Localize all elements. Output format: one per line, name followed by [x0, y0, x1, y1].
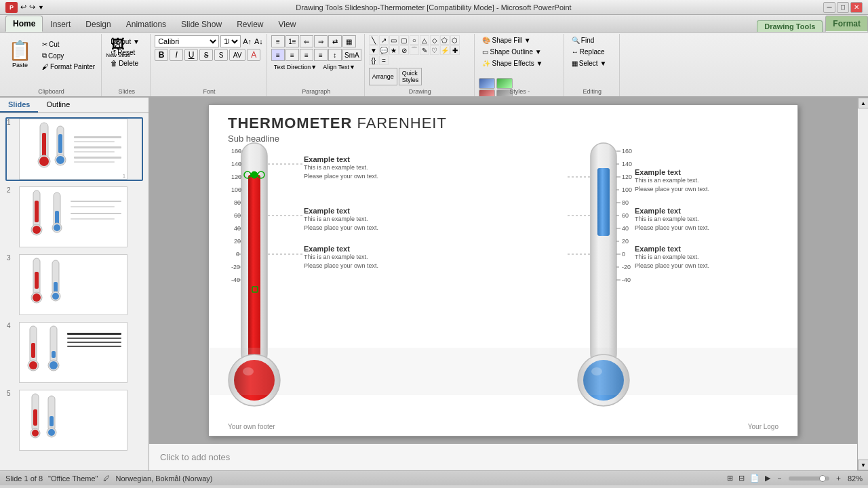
shadow-btn[interactable]: S [214, 49, 228, 61]
select-button[interactable]: ▦ Select ▼ [568, 58, 616, 68]
copy-button[interactable]: ⧉Copy [39, 50, 98, 61]
minimize-btn[interactable]: ─ [823, 2, 835, 13]
triangle-shape[interactable]: △ [420, 35, 429, 45]
lightning-shape[interactable]: ⚡ [440, 45, 450, 55]
tab-animations[interactable]: Animations [119, 16, 174, 32]
arrange-button[interactable]: Arrange [369, 68, 397, 85]
slide-num-5: 5 [7, 390, 16, 397]
slide-canvas[interactable]: THERMOMETER FARENHEIT Sub headline [208, 104, 798, 436]
tab-review[interactable]: Review [229, 16, 271, 32]
align-left-btn[interactable]: ≡ [271, 49, 285, 61]
new-slide-button[interactable]: 🖼 New Slide [106, 37, 130, 58]
align-center-btn[interactable]: ≡ [285, 49, 299, 61]
arrow-shape[interactable]: ↗ [379, 35, 389, 45]
bracket-shape[interactable]: {} [369, 56, 378, 65]
hexagon-shape[interactable]: ⬡ [450, 35, 460, 45]
cross-shape[interactable]: ✚ [450, 45, 460, 55]
tab-insert[interactable]: Insert [43, 16, 78, 32]
callout-shape[interactable]: 💬 [379, 45, 389, 55]
underline-btn[interactable]: U [184, 49, 198, 61]
star-shape[interactable]: ★ [389, 45, 399, 55]
tab-view[interactable]: View [271, 16, 304, 32]
shape-fill-button[interactable]: 🎨 Shape Fill ▼ [479, 35, 561, 45]
style-1[interactable] [479, 78, 495, 89]
quick-styles-button[interactable]: QuickStyles [399, 68, 422, 85]
pentagon-shape[interactable]: ⬠ [440, 35, 450, 45]
columns-btn[interactable]: ▦ [342, 35, 356, 47]
increase-font-btn[interactable]: A↑ [242, 37, 252, 46]
smartart-btn[interactable]: SmA [342, 49, 361, 61]
slide-thumb-1[interactable]: 1 [5, 117, 143, 181]
line-shape[interactable]: ╲ [369, 35, 378, 45]
find-button[interactable]: 🔍 Find [568, 35, 616, 45]
maximize-btn[interactable]: □ [837, 2, 849, 13]
view-normal-btn[interactable]: ⊞ [727, 474, 733, 483]
svg-rect-19 [55, 211, 59, 224]
rtl-btn[interactable]: ⇄ [328, 35, 342, 47]
font-color-btn[interactable]: A [247, 49, 260, 61]
bold-btn[interactable]: B [155, 49, 168, 61]
curve-shape[interactable]: ⌒ [410, 45, 419, 55]
svg-rect-25 [71, 218, 115, 220]
close-btn[interactable]: ✕ [850, 2, 863, 13]
decrease-font-btn[interactable]: A↓ [254, 37, 264, 46]
callout-r1-body: This is an example text.Please place you… [635, 176, 709, 193]
equal-shape[interactable]: = [379, 56, 389, 65]
more-shapes[interactable]: ▼ [369, 45, 378, 55]
freeform-shape[interactable]: ✎ [420, 45, 429, 55]
qa-dropdown[interactable]: ▼ [38, 4, 44, 11]
redo-btn[interactable]: ↪ [29, 3, 35, 12]
tab-design[interactable]: Design [78, 16, 118, 32]
shape-outline-button[interactable]: ▭ Shape Outline ▼ [479, 47, 561, 57]
paste-button[interactable]: 📋 Paste [4, 37, 36, 71]
font-spacing-btn[interactable]: AV [229, 49, 245, 61]
decrease-indent-btn[interactable]: ⇐ [300, 35, 313, 47]
line-spacing-btn[interactable]: ↕ [328, 49, 342, 61]
tab-home[interactable]: Home [5, 16, 43, 32]
heart-shape[interactable]: ♡ [430, 45, 439, 55]
align-right-btn[interactable]: ≡ [300, 49, 313, 61]
outline-tab[interactable]: Outline [38, 98, 78, 113]
slide-thumb-4[interactable]: 4 [5, 321, 143, 384]
bullet-list-btn[interactable]: ≡ [271, 35, 285, 47]
diamond-shape[interactable]: ◇ [430, 35, 439, 45]
italic-btn[interactable]: I [170, 49, 183, 61]
cut-button[interactable]: ✂Cut [39, 39, 98, 49]
view-slide-sorter-btn[interactable]: ⊟ [738, 474, 745, 483]
scroll-up-btn[interactable]: ▲ [858, 98, 868, 108]
zoom-slider[interactable] [789, 476, 829, 481]
align-text-btn[interactable]: Align Text▼ [320, 62, 358, 72]
tab-slideshow[interactable]: Slide Show [174, 16, 229, 32]
shape-effects-button[interactable]: ✨ Shape Effects ▼ [479, 58, 561, 68]
increase-indent-btn[interactable]: ⇒ [314, 35, 328, 47]
ribbon: 📋 Paste ✂Cut ⧉Copy 🖌Format Painter Clipb… [0, 33, 868, 98]
rect-shape[interactable]: ▭ [389, 35, 399, 45]
tab-format[interactable]: Format [825, 16, 868, 32]
slide-thumb-2[interactable]: 2 [5, 185, 143, 249]
zoom-out-btn[interactable]: － [776, 473, 783, 483]
font-size-select[interactable]: 18 [220, 35, 241, 47]
slide-thumb-3[interactable]: 3 [5, 253, 143, 317]
notes-area[interactable]: Click to add notes [149, 443, 857, 470]
numbered-list-btn[interactable]: 1≡ [285, 35, 299, 47]
text-direction-btn[interactable]: Text Direction▼ [271, 62, 319, 72]
slide-thumb-5[interactable]: 5 [5, 388, 143, 452]
replace-button[interactable]: ↔ Replace [568, 47, 616, 57]
format-painter-button[interactable]: 🖌Format Painter [39, 62, 98, 72]
callout-3-right: Example text This is an example text.Ple… [635, 245, 709, 270]
oval-shape[interactable]: ○ [410, 35, 419, 45]
undo-btn[interactable]: ↩ [20, 3, 26, 12]
justify-btn[interactable]: ≡ [314, 49, 328, 61]
slides-tab[interactable]: Slides [0, 98, 38, 113]
zoom-in-btn[interactable]: ＋ [835, 473, 842, 483]
view-reading-btn[interactable]: 📄 [750, 474, 760, 483]
style-3[interactable] [496, 78, 513, 89]
strikethrough-btn[interactable]: S [199, 49, 213, 61]
rounded-rect-shape[interactable]: ▢ [399, 35, 409, 45]
view-slideshow-btn[interactable]: ▶ [765, 474, 770, 483]
scroll-down-btn[interactable]: ▼ [858, 460, 868, 470]
delete-button[interactable]: 🗑 Delete [107, 58, 146, 68]
font-family-select[interactable]: Calibri [155, 35, 219, 47]
svg-text:160: 160 [231, 148, 241, 155]
ban-shape[interactable]: ⊘ [399, 45, 409, 55]
